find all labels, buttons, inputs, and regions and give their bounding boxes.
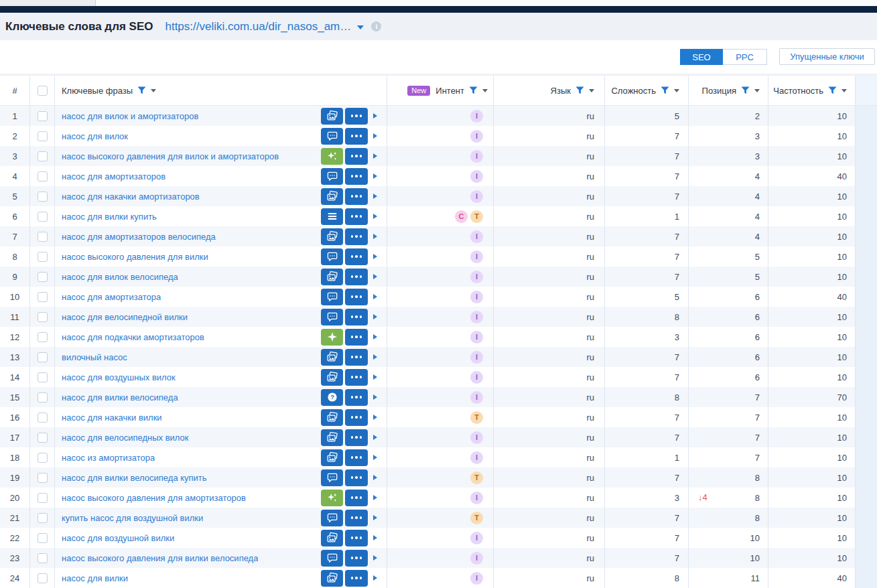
expand-row-icon[interactable] [373, 374, 377, 380]
expand-row-icon[interactable] [373, 254, 377, 259]
more-actions-button[interactable] [345, 349, 368, 366]
info-icon[interactable]: i [371, 21, 381, 31]
dropdown-caret-icon[interactable] [754, 89, 760, 92]
row-checkbox[interactable] [38, 413, 48, 423]
keyword-link[interactable]: насос для вилки велосипеда [62, 392, 178, 402]
keyword-link[interactable]: насос для вилки купить [62, 212, 157, 222]
more-actions-button[interactable] [345, 309, 368, 325]
photos-icon[interactable] [321, 570, 343, 587]
more-actions-button[interactable] [345, 510, 368, 526]
chat-icon[interactable] [321, 309, 343, 325]
filter-icon[interactable] [828, 86, 837, 94]
keyword-link[interactable]: насос для вилки [62, 573, 128, 583]
keyword-link[interactable]: насос для воздушной вилки [62, 533, 174, 543]
row-checkbox[interactable] [38, 493, 48, 503]
filter-icon[interactable] [741, 86, 750, 94]
chat-icon[interactable] [321, 128, 343, 145]
photos-icon[interactable] [321, 188, 343, 205]
keyword-link[interactable]: вилочный насос [62, 352, 127, 362]
sparkle-icon[interactable] [321, 329, 343, 346]
row-checkbox[interactable] [38, 312, 48, 322]
keyword-link[interactable]: насос для велосипедной вилки [62, 312, 188, 322]
dropdown-caret-icon[interactable] [841, 89, 847, 92]
keyword-link[interactable]: насос из амортизатора [62, 453, 155, 463]
keyword-link[interactable]: насос для амортизаторов велосипеда [62, 232, 216, 242]
photos-icon[interactable] [321, 349, 343, 366]
expand-row-icon[interactable] [373, 415, 377, 420]
photos-icon[interactable] [321, 228, 343, 245]
more-actions-button[interactable] [345, 570, 368, 587]
more-actions-button[interactable] [345, 269, 368, 285]
missed-keywords-button[interactable]: Упущенные ключи [779, 48, 875, 65]
keyword-link[interactable]: насос для накачки вилки [62, 413, 162, 423]
row-checkbox[interactable] [38, 573, 48, 583]
keyword-link[interactable]: насос для велосипедных вилок [62, 433, 189, 443]
row-checkbox[interactable] [38, 232, 48, 242]
keyword-link[interactable]: насос высокого давления для вилок и амор… [62, 151, 279, 161]
row-checkbox[interactable] [38, 252, 48, 262]
more-actions-button[interactable] [345, 409, 368, 426]
more-actions-button[interactable] [345, 289, 368, 305]
filter-icon[interactable] [576, 86, 584, 94]
more-actions-button[interactable] [345, 248, 368, 265]
keyword-link[interactable]: насос высокого давления для вилки [62, 252, 208, 262]
expand-row-icon[interactable] [373, 394, 377, 400]
expand-row-icon[interactable] [373, 455, 377, 460]
keyword-link[interactable]: насос для вилок велосипеда [62, 272, 178, 282]
more-actions-button[interactable] [345, 188, 368, 205]
photos-icon[interactable] [321, 108, 343, 125]
expand-row-icon[interactable] [373, 113, 377, 119]
chat-icon[interactable] [321, 248, 343, 265]
expand-row-icon[interactable] [373, 214, 377, 219]
keyword-link[interactable]: насос для накачки амортизаторов [62, 192, 200, 202]
more-actions-button[interactable] [345, 429, 368, 446]
photos-icon[interactable] [321, 530, 343, 546]
row-checkbox[interactable] [38, 352, 48, 362]
more-actions-button[interactable] [345, 469, 368, 486]
chat-icon[interactable] [321, 168, 343, 185]
more-actions-button[interactable] [345, 108, 368, 125]
filter-icon[interactable] [469, 86, 478, 94]
row-checkbox[interactable] [38, 553, 48, 563]
chat-icon[interactable] [321, 510, 343, 526]
row-checkbox[interactable] [38, 131, 48, 141]
expand-row-icon[interactable] [373, 234, 377, 239]
ppc-tab-button[interactable]: PPC [723, 49, 767, 65]
more-actions-button[interactable] [345, 449, 368, 466]
row-checkbox[interactable] [38, 151, 48, 161]
row-checkbox[interactable] [38, 292, 48, 302]
sparkles-icon[interactable] [321, 148, 343, 165]
keyword-link[interactable]: купить насос для воздушной вилки [62, 513, 203, 523]
row-checkbox[interactable] [38, 433, 48, 443]
keyword-link[interactable]: насос высокого давления для амортизаторо… [62, 493, 246, 503]
dropdown-caret-icon[interactable] [151, 89, 156, 92]
expand-row-icon[interactable] [373, 435, 377, 440]
expand-row-icon[interactable] [373, 153, 377, 159]
expand-row-icon[interactable] [373, 475, 377, 480]
keyword-link[interactable]: насос для вилок и амортизаторов [62, 111, 198, 121]
more-actions-button[interactable] [345, 168, 368, 185]
seo-tab-button[interactable]: SEO [680, 49, 723, 65]
more-actions-button[interactable] [345, 530, 368, 546]
expand-row-icon[interactable] [373, 173, 377, 179]
chat-icon[interactable] [321, 550, 343, 567]
expand-row-icon[interactable] [373, 334, 377, 340]
photos-icon[interactable] [321, 449, 343, 466]
more-actions-button[interactable] [345, 208, 368, 225]
more-actions-button[interactable] [345, 369, 368, 386]
photos-icon[interactable] [321, 429, 343, 446]
keyword-link[interactable]: насос для вилок [62, 131, 128, 141]
expand-row-icon[interactable] [373, 555, 377, 561]
menu-icon[interactable] [321, 208, 343, 225]
keyword-link[interactable]: насос для вилки велосипеда купить [62, 473, 207, 483]
row-checkbox[interactable] [38, 392, 48, 402]
keyword-link[interactable]: насос для амортизатора [62, 292, 161, 302]
more-actions-button[interactable] [345, 329, 368, 346]
filter-icon[interactable] [137, 86, 146, 94]
row-checkbox[interactable] [38, 453, 48, 463]
dropdown-caret-icon[interactable] [589, 89, 594, 92]
photos-icon[interactable] [321, 369, 343, 386]
row-checkbox[interactable] [38, 212, 48, 222]
expand-row-icon[interactable] [373, 274, 377, 279]
select-all-checkbox[interactable] [38, 86, 48, 96]
